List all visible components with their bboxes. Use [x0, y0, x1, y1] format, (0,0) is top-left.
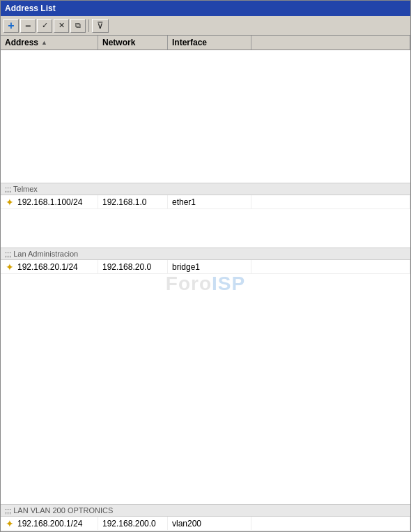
title-bar: Address List	[1, 1, 410, 16]
table-container: Address ▲ Network Interface ;;; Telmex ✦…	[1, 36, 410, 531]
copy-icon: ⧉	[75, 21, 81, 30]
column-network[interactable]: Network	[98, 36, 168, 50]
column-network-label: Network	[102, 38, 135, 47]
cell-interface-2: bridge1	[168, 260, 251, 273]
check-icon: ✓	[42, 21, 48, 30]
address-value-2: 192.168.20.1/24	[17, 262, 78, 272]
table-row[interactable]: ✦ 192.168.20.1/24 192.168.20.0 bridge1	[1, 260, 410, 274]
table-header: Address ▲ Network Interface	[1, 36, 410, 50]
network-value-1: 192.168.1.0	[102, 197, 146, 207]
cell-network-3: 192.168.200.0	[98, 517, 168, 530]
cell-extra-3	[251, 517, 410, 530]
cell-network-1: 192.168.1.0	[98, 195, 168, 208]
cell-interface-3: vlan200	[168, 517, 251, 530]
cell-extra-2	[251, 260, 410, 273]
toolbar: + − ✓ ✕ ⧉ ⊽	[1, 16, 410, 36]
copy-button[interactable]: ⧉	[70, 19, 86, 33]
address-value-3: 192.168.200.1/24	[17, 519, 82, 529]
address-icon-3: ✦	[5, 519, 15, 529]
column-extra	[251, 36, 410, 50]
remove-button[interactable]: −	[20, 19, 36, 33]
add-icon: +	[8, 20, 14, 32]
column-address[interactable]: Address ▲	[1, 36, 98, 50]
interface-value-3: vlan200	[172, 519, 201, 529]
interface-value-1: ether1	[172, 197, 196, 207]
section-telmex: ;;; Telmex	[1, 183, 410, 195]
section-lan-admin-label: ;;; Lan Administracion	[5, 250, 78, 258]
table-row[interactable]: ✦ 192.168.200.1/24 192.168.200.0 vlan200	[1, 517, 410, 531]
network-value-2: 192.168.20.0	[102, 262, 151, 272]
toolbar-separator	[88, 20, 89, 32]
column-interface-label: Interface	[172, 38, 207, 47]
cell-address-2: ✦ 192.168.20.1/24	[1, 260, 98, 273]
cell-extra-1	[251, 195, 410, 208]
add-button[interactable]: +	[3, 19, 19, 33]
minus-icon: −	[25, 20, 31, 31]
interface-value-2: bridge1	[172, 262, 200, 272]
column-interface[interactable]: Interface	[168, 36, 251, 50]
address-icon-2: ✦	[5, 262, 15, 272]
cross-icon: ✕	[59, 21, 65, 30]
sort-arrow-icon: ▲	[41, 39, 47, 46]
empty-mid-area-2	[1, 274, 410, 504]
filter-button[interactable]: ⊽	[92, 19, 109, 33]
window-title: Address List	[5, 3, 56, 13]
address-value-1: 192.168.1.100/24	[17, 197, 82, 207]
section-lan-admin: ;;; Lan Administracion	[1, 248, 410, 260]
table-row[interactable]: ✦ 192.168.1.100/24 192.168.1.0 ether1	[1, 195, 410, 209]
column-address-label: Address	[5, 38, 38, 47]
address-icon-1: ✦	[5, 197, 15, 207]
address-list-window: Address List + − ✓ ✕ ⧉ ⊽ Address ▲	[0, 0, 411, 532]
network-value-3: 192.168.200.0	[102, 519, 156, 529]
cell-address-1: ✦ 192.168.1.100/24	[1, 195, 98, 208]
enable-button[interactable]: ✓	[37, 19, 52, 33]
disable-button[interactable]: ✕	[54, 19, 69, 33]
cell-address-3: ✦ 192.168.200.1/24	[1, 517, 98, 530]
cell-network-2: 192.168.20.0	[98, 260, 168, 273]
cell-interface-1: ether1	[168, 195, 251, 208]
filter-icon: ⊽	[97, 20, 104, 31]
empty-mid-area-1	[1, 209, 410, 248]
section-vlan200-label: ;;; LAN VLAN 200 OPTRONICS	[5, 506, 113, 515]
section-vlan200: ;;; LAN VLAN 200 OPTRONICS	[1, 504, 410, 517]
section-telmex-label: ;;; Telmex	[5, 185, 38, 193]
empty-top-area	[1, 50, 410, 183]
